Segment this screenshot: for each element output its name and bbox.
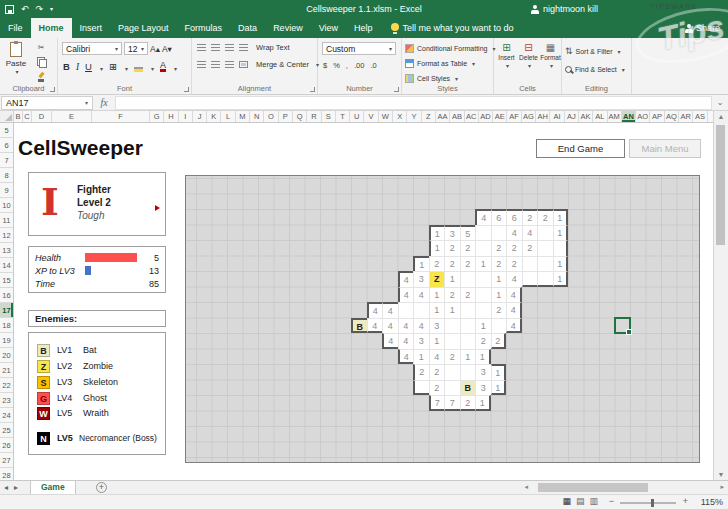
font-dialog-launcher[interactable] (184, 87, 189, 92)
board-cell[interactable]: 2 (413, 364, 429, 380)
board-cell[interactable]: 6 (506, 209, 522, 225)
row-header-17[interactable]: 17 (0, 303, 13, 318)
board-cell[interactable] (475, 225, 491, 241)
row-header-25[interactable]: 25 (0, 423, 13, 438)
board-cell[interactable]: 1 (444, 271, 460, 287)
comma-style-icon[interactable]: , (346, 61, 348, 70)
zoom-level[interactable]: 115% (691, 497, 723, 507)
tab-home[interactable]: Home (31, 18, 72, 38)
merge-center-button[interactable]: Merge & Center (256, 60, 309, 69)
row-header-27[interactable]: 27 (0, 453, 13, 468)
row-header-19[interactable]: 19 (0, 333, 13, 348)
board-enemy-bat[interactable]: B (351, 318, 367, 334)
tab-data[interactable]: Data (230, 18, 265, 38)
board-cell[interactable]: 2 (506, 256, 522, 272)
board-cell[interactable]: 4 (429, 349, 445, 365)
board-cell[interactable]: 1 (460, 349, 476, 365)
tab-review[interactable]: Review (265, 18, 311, 38)
percent-style-icon[interactable]: % (333, 61, 340, 70)
column-header-AK[interactable]: AK (579, 111, 593, 122)
board-cell[interactable]: 1 (491, 287, 507, 303)
board-cell[interactable]: 2 (491, 240, 507, 256)
row-header-15[interactable]: 15 (0, 273, 13, 288)
board-enemy-zombie[interactable]: Z (429, 271, 445, 287)
board-cell[interactable]: 4 (506, 225, 522, 241)
column-header-AC[interactable]: AC (465, 111, 479, 122)
board-cell[interactable]: 1 (553, 256, 569, 272)
board-cell[interactable]: 4 (475, 209, 491, 225)
cut-icon[interactable]: ✂ (38, 43, 45, 52)
tab-help[interactable]: Help (346, 18, 381, 38)
column-header-AJ[interactable]: AJ (565, 111, 579, 122)
vertical-scrollbar[interactable]: ▲ ▼ (713, 111, 728, 480)
horizontal-scroll-thumb[interactable] (538, 483, 648, 492)
board-cell[interactable]: 1 (444, 302, 460, 318)
paste-button[interactable]: Paste▾ (3, 42, 29, 82)
increase-decimal-icon[interactable]: .00 (354, 61, 364, 70)
board-cell[interactable]: 1 (429, 302, 445, 318)
column-header-AG[interactable]: AG (522, 111, 536, 122)
conditional-formatting-button[interactable]: Conditional Formatting▾ (405, 41, 493, 56)
format-painter-icon[interactable] (36, 72, 46, 82)
board-cell[interactable]: 5 (460, 225, 476, 241)
row-header-7[interactable]: 7 (0, 153, 13, 168)
column-header-AO[interactable]: AO (636, 111, 650, 122)
align-bottom-icon[interactable] (225, 44, 234, 51)
grow-font-icon[interactable]: A▴ (150, 44, 160, 54)
column-header-C[interactable]: C (23, 111, 32, 122)
board-cell[interactable]: 4 (382, 318, 398, 334)
board-cell[interactable] (475, 240, 491, 256)
board-cell[interactable]: 2 (460, 287, 476, 303)
board-cell[interactable]: 6 (491, 209, 507, 225)
board-cell[interactable]: 2 (460, 256, 476, 272)
board-cell[interactable]: 4 (367, 318, 383, 334)
row-header-10[interactable]: 10 (0, 198, 13, 213)
formula-input[interactable] (115, 96, 712, 110)
tab-view[interactable]: View (311, 18, 346, 38)
row-header-11[interactable]: 11 (0, 213, 13, 228)
select-all-corner[interactable] (0, 111, 14, 122)
row-header-6[interactable]: 6 (0, 138, 13, 153)
column-header-Q[interactable]: Q (293, 111, 307, 122)
row-header-20[interactable]: 20 (0, 348, 13, 363)
column-header-L[interactable]: L (221, 111, 235, 122)
column-header-Z[interactable]: Z (422, 111, 436, 122)
row-header-24[interactable]: 24 (0, 408, 13, 423)
board-cell[interactable]: 2 (522, 240, 538, 256)
column-header-AE[interactable]: AE (493, 111, 507, 122)
board-cell[interactable]: 2 (475, 333, 491, 349)
board-cell[interactable]: 2 (444, 287, 460, 303)
tab-insert[interactable]: Insert (72, 18, 111, 38)
normal-view-icon[interactable]: ▦ (562, 496, 571, 506)
row-header-28[interactable]: 28 (0, 468, 13, 480)
board-cell[interactable] (537, 225, 553, 241)
number-format-select[interactable]: Custom▾ (322, 42, 396, 55)
board-cell[interactable]: 1 (475, 256, 491, 272)
column-header-F[interactable]: F (92, 111, 150, 122)
align-right-icon[interactable] (225, 61, 234, 68)
account-name[interactable]: nightmoon kill (531, 0, 598, 18)
end-game-button[interactable]: End Game (536, 139, 625, 158)
row-header-26[interactable]: 26 (0, 438, 13, 453)
format-button[interactable]: ▦Format▾ (540, 43, 561, 69)
zoom-out-icon[interactable]: − (609, 496, 614, 506)
board-cell[interactable] (444, 364, 460, 380)
column-header-V[interactable]: V (364, 111, 378, 122)
board-cell[interactable] (537, 271, 553, 287)
column-header-J[interactable]: J (193, 111, 207, 122)
board-cell[interactable] (537, 256, 553, 272)
board-cell[interactable] (460, 271, 476, 287)
font-color-icon[interactable]: A (160, 61, 166, 72)
hscroll-left-icon[interactable]: ◂ (524, 483, 528, 491)
row-header-21[interactable]: 21 (0, 363, 13, 378)
expand-formula-bar-icon[interactable]: ⌄ (712, 98, 728, 107)
board-cell[interactable] (444, 333, 460, 349)
align-left-icon[interactable] (197, 61, 206, 68)
board-cell[interactable] (522, 256, 538, 272)
board-cell[interactable]: 4 (398, 349, 414, 365)
column-header-W[interactable]: W (379, 111, 393, 122)
board-cell[interactable] (491, 318, 507, 334)
next-sheet-icon[interactable]: ▸ (14, 481, 18, 494)
row-header-14[interactable]: 14 (0, 258, 13, 273)
scroll-up-icon[interactable]: ▲ (714, 113, 728, 120)
